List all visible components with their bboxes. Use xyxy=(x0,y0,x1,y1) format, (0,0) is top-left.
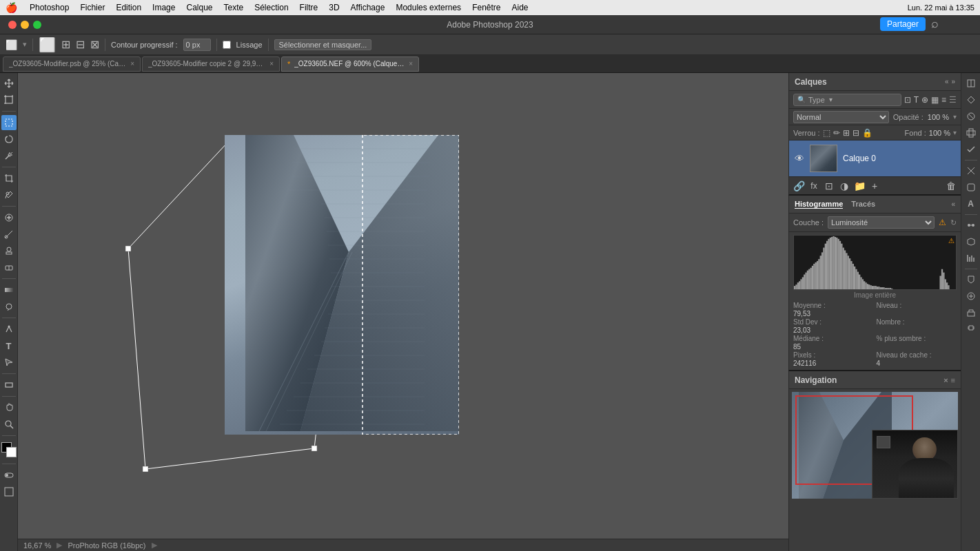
calques-collapse-right[interactable]: » xyxy=(951,78,955,85)
calques-filter-icon1[interactable]: ⊡ xyxy=(904,95,911,105)
menu-texte[interactable]: Texte xyxy=(218,3,249,12)
healing-tool[interactable] xyxy=(1,210,17,225)
stamp-tool[interactable] xyxy=(1,243,17,258)
window-close[interactable] xyxy=(8,21,17,29)
lissage-checkbox[interactable] xyxy=(223,41,231,49)
right-tool-14[interactable] xyxy=(963,305,979,320)
magic-wand-tool[interactable] xyxy=(1,148,17,163)
background-color[interactable] xyxy=(6,447,17,457)
apple-logo[interactable]: 🍎 xyxy=(6,2,17,13)
shape-tool[interactable] xyxy=(1,377,17,393)
contour-input[interactable] xyxy=(183,39,211,51)
layer-item-0[interactable]: 👁 Calque 0 xyxy=(789,141,961,176)
pen-tool[interactable] xyxy=(1,322,17,337)
marquee-rect-tool[interactable] xyxy=(1,115,17,130)
tab-close-0[interactable]: × xyxy=(130,60,134,67)
right-tool-2[interactable] xyxy=(963,92,979,107)
quick-mask-tool[interactable] xyxy=(1,468,17,483)
lasso-tool[interactable] xyxy=(1,132,17,147)
calques-search-dropdown[interactable]: ▾ xyxy=(829,96,833,103)
menu-3d[interactable]: 3D xyxy=(323,3,345,12)
menu-image[interactable]: Image xyxy=(147,3,181,12)
fill-dropdown[interactable]: ▾ xyxy=(953,129,957,136)
add-effect-button[interactable]: fx xyxy=(807,179,821,193)
screen-mode-tool[interactable] xyxy=(1,484,17,499)
menu-calque[interactable]: Calque xyxy=(181,3,218,12)
tab-2[interactable]: * _OZ93605.NEF @ 600% (Calque 0, RVB/16*… xyxy=(281,56,419,72)
couche-select[interactable]: Luminosité RVB Rouge Vert Bleu xyxy=(828,216,935,229)
right-tool-13[interactable] xyxy=(963,289,979,304)
layer-visibility-icon[interactable]: 👁 xyxy=(795,153,804,164)
path-select-tool[interactable] xyxy=(1,355,17,370)
menu-edition[interactable]: Edition xyxy=(110,3,147,12)
menu-aide[interactable]: Aide xyxy=(506,3,533,12)
nav-panel-close[interactable]: × xyxy=(943,376,948,384)
crop-tool[interactable] xyxy=(1,171,17,186)
add-mask-button[interactable]: ⊡ xyxy=(822,179,836,193)
traces-tab[interactable]: Tracés xyxy=(851,200,875,209)
menu-affichage[interactable]: Affichage xyxy=(345,3,391,12)
tab-0[interactable]: _OZ93605-Modifier.psb @ 25% (Calque 0, R… xyxy=(3,56,141,72)
right-tool-15[interactable] xyxy=(963,322,979,337)
window-maximize[interactable] xyxy=(33,21,41,29)
right-tool-11[interactable] xyxy=(963,251,979,266)
tab-close-2[interactable]: × xyxy=(409,60,413,67)
add-selection-icon[interactable]: ⊞ xyxy=(61,38,70,51)
menu-filtre[interactable]: Filtre xyxy=(294,3,324,12)
calques-filter-icon2[interactable]: T xyxy=(914,95,919,105)
add-link-button[interactable]: 🔗 xyxy=(792,179,806,193)
share-button[interactable]: Partager xyxy=(880,17,926,31)
artboard-tool[interactable] xyxy=(1,92,17,107)
eraser-tool[interactable] xyxy=(1,260,17,275)
hist-collapse[interactable]: « xyxy=(951,200,955,208)
right-tool-7[interactable] xyxy=(963,180,979,195)
right-tool-12[interactable] xyxy=(963,272,979,287)
right-tool-9[interactable] xyxy=(963,218,979,233)
delete-layer-button[interactable]: 🗑 xyxy=(944,179,958,193)
menu-fenetre[interactable]: Fenêtre xyxy=(467,3,506,12)
histogram-tab[interactable]: Histogramme xyxy=(795,200,843,209)
right-tool-4[interactable] xyxy=(963,125,979,141)
add-layer-button[interactable]: + xyxy=(868,179,881,193)
right-tool-3[interactable] xyxy=(963,109,979,124)
brush-tool[interactable] xyxy=(1,227,17,242)
lock-transparent-icon[interactable]: ⬚ xyxy=(823,128,830,138)
color-swatches[interactable] xyxy=(1,442,17,457)
lock-artboard-icon[interactable]: ⊟ xyxy=(853,128,859,138)
menu-selection[interactable]: Sélection xyxy=(249,3,294,12)
opacity-dropdown[interactable]: ▾ xyxy=(953,113,957,121)
add-folder-button[interactable]: 📁 xyxy=(853,179,866,193)
dodge-tool[interactable] xyxy=(1,299,17,314)
window-minimize[interactable] xyxy=(21,21,29,29)
menu-modules[interactable]: Modules externes xyxy=(390,3,467,12)
add-adjustment-button[interactable]: ◑ xyxy=(837,179,851,193)
right-tool-1[interactable] xyxy=(963,76,979,91)
select-mask-button[interactable]: Sélectionner et masquer... xyxy=(274,39,372,50)
nav-panel-settings[interactable]: ≡ xyxy=(951,376,955,384)
blend-mode-select[interactable]: Normal Produit Écran xyxy=(793,111,889,123)
calques-menu-icon[interactable]: ☰ xyxy=(949,95,957,105)
menu-photoshop[interactable]: Photoshop xyxy=(24,3,74,12)
menu-fichier[interactable]: Fichier xyxy=(74,3,110,12)
new-selection-icon[interactable]: ⬜ xyxy=(39,37,56,53)
hist-refresh-icon[interactable]: ↻ xyxy=(950,218,957,227)
eyedropper-tool[interactable] xyxy=(1,187,17,202)
zoom-tool[interactable] xyxy=(1,417,17,432)
calques-filter-icon5[interactable]: ≡ xyxy=(941,95,946,105)
tab-close-1[interactable]: × xyxy=(269,60,274,67)
calques-filter-icon4[interactable]: ▦ xyxy=(931,95,939,105)
hand-tool[interactable] xyxy=(1,400,17,415)
right-tool-5[interactable] xyxy=(963,142,979,157)
calques-collapse-left[interactable]: « xyxy=(945,78,949,85)
text-tool[interactable]: T xyxy=(1,338,17,353)
right-tool-6[interactable] xyxy=(963,163,979,178)
right-tool-10[interactable] xyxy=(963,234,979,249)
right-tool-8[interactable]: A xyxy=(963,196,979,211)
move-tool[interactable] xyxy=(1,76,17,91)
lock-position-icon[interactable]: ⊞ xyxy=(843,128,850,138)
gradient-tool[interactable] xyxy=(1,282,17,298)
search-icon[interactable]: ⌕ xyxy=(931,17,939,31)
lock-all-icon[interactable]: 🔒 xyxy=(862,128,872,138)
calques-filter-icon3[interactable]: ⊕ xyxy=(921,95,928,105)
subtract-selection-icon[interactable]: ⊟ xyxy=(76,38,85,51)
